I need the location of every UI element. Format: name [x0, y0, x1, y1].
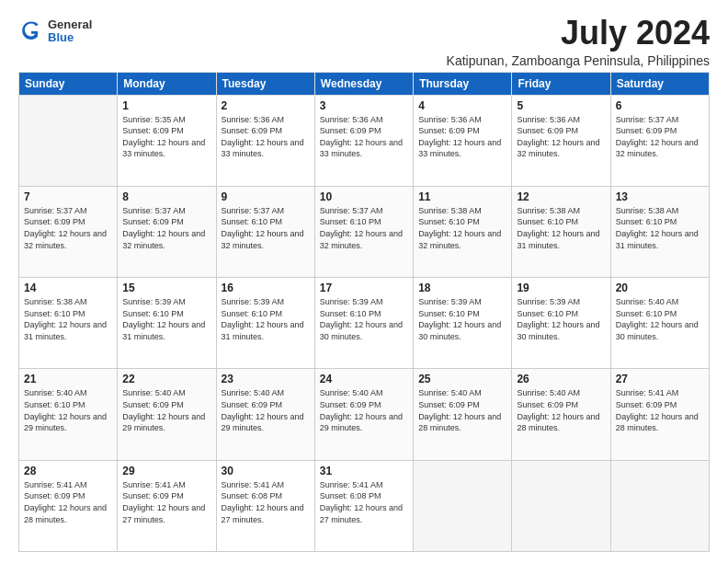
calendar-day-2: 2 Sunrise: 5:36 AMSunset: 6:09 PMDayligh… [216, 95, 314, 186]
logo: General Blue [18, 18, 92, 45]
calendar-day-4: 4 Sunrise: 5:36 AMSunset: 6:09 PMDayligh… [414, 95, 512, 186]
day-info: Sunrise: 5:35 AMSunset: 6:09 PMDaylight:… [122, 114, 210, 160]
day-number: 8 [122, 190, 210, 203]
calendar-day-16: 16 Sunrise: 5:39 AMSunset: 6:10 PMDaylig… [216, 278, 314, 369]
calendar-day-5: 5 Sunrise: 5:36 AMSunset: 6:09 PMDayligh… [512, 95, 610, 186]
calendar-week-2: 7 Sunrise: 5:37 AMSunset: 6:09 PMDayligh… [19, 186, 710, 277]
day-info: Sunrise: 5:41 AMSunset: 6:09 PMDaylight:… [616, 387, 704, 433]
calendar-day-19: 19 Sunrise: 5:39 AMSunset: 6:10 PMDaylig… [512, 278, 610, 369]
calendar-day-22: 22 Sunrise: 5:40 AMSunset: 6:09 PMDaylig… [118, 369, 216, 460]
title-block: July 2024 Katipunan, Zamboanga Peninsula… [447, 15, 710, 68]
calendar-day-empty [19, 95, 118, 186]
logo-general: General [48, 18, 92, 31]
calendar-day-21: 21 Sunrise: 5:40 AMSunset: 6:10 PMDaylig… [19, 369, 118, 460]
month-title: July 2024 [447, 15, 710, 52]
calendar-day-25: 25 Sunrise: 5:40 AMSunset: 6:09 PMDaylig… [414, 369, 512, 460]
day-info: Sunrise: 5:36 AMSunset: 6:09 PMDaylight:… [418, 114, 506, 160]
calendar-week-1: 1 Sunrise: 5:35 AMSunset: 6:09 PMDayligh… [19, 95, 710, 186]
calendar-day-1: 1 Sunrise: 5:35 AMSunset: 6:09 PMDayligh… [118, 95, 216, 186]
day-info: Sunrise: 5:37 AMSunset: 6:10 PMDaylight:… [222, 205, 310, 251]
calendar-day-20: 20 Sunrise: 5:40 AMSunset: 6:10 PMDaylig… [610, 278, 709, 369]
calendar-week-5: 28 Sunrise: 5:41 AMSunset: 6:09 PMDaylig… [19, 460, 710, 551]
day-number: 11 [418, 190, 506, 203]
day-number: 20 [616, 282, 704, 294]
calendar-day-empty [512, 460, 610, 551]
day-info: Sunrise: 5:40 AMSunset: 6:09 PMDaylight:… [517, 387, 605, 433]
day-info: Sunrise: 5:40 AMSunset: 6:09 PMDaylight:… [320, 387, 408, 433]
day-number: 29 [122, 465, 210, 477]
day-number: 22 [122, 373, 210, 385]
day-info: Sunrise: 5:40 AMSunset: 6:10 PMDaylight:… [616, 296, 704, 342]
calendar-day-28: 28 Sunrise: 5:41 AMSunset: 6:09 PMDaylig… [19, 460, 118, 551]
calendar-header-thursday: Thursday [414, 72, 512, 95]
calendar-day-9: 9 Sunrise: 5:37 AMSunset: 6:10 PMDayligh… [216, 186, 314, 277]
day-info: Sunrise: 5:41 AMSunset: 6:09 PMDaylight:… [24, 479, 112, 525]
calendar-day-empty [414, 460, 512, 551]
day-info: Sunrise: 5:41 AMSunset: 6:08 PMDaylight:… [320, 479, 408, 525]
day-number: 30 [222, 465, 310, 477]
calendar-day-18: 18 Sunrise: 5:39 AMSunset: 6:10 PMDaylig… [414, 278, 512, 369]
calendar-day-29: 29 Sunrise: 5:41 AMSunset: 6:09 PMDaylig… [118, 460, 216, 551]
day-number: 26 [517, 373, 605, 385]
day-info: Sunrise: 5:38 AMSunset: 6:10 PMDaylight:… [517, 205, 605, 251]
day-info: Sunrise: 5:41 AMSunset: 6:08 PMDaylight:… [222, 479, 310, 525]
day-info: Sunrise: 5:40 AMSunset: 6:10 PMDaylight:… [24, 387, 112, 433]
day-info: Sunrise: 5:41 AMSunset: 6:09 PMDaylight:… [122, 479, 210, 525]
day-info: Sunrise: 5:36 AMSunset: 6:09 PMDaylight:… [320, 114, 408, 160]
day-number: 13 [616, 190, 704, 203]
calendar-table: SundayMondayTuesdayWednesdayThursdayFrid… [18, 72, 710, 552]
calendar-header-row: SundayMondayTuesdayWednesdayThursdayFrid… [19, 72, 710, 95]
calendar-day-30: 30 Sunrise: 5:41 AMSunset: 6:08 PMDaylig… [216, 460, 314, 551]
location-title: Katipunan, Zamboanga Peninsula, Philippi… [447, 53, 710, 68]
day-number: 31 [320, 465, 408, 477]
calendar-day-12: 12 Sunrise: 5:38 AMSunset: 6:10 PMDaylig… [512, 186, 610, 277]
day-number: 25 [418, 373, 506, 385]
day-number: 12 [517, 190, 605, 203]
calendar-day-3: 3 Sunrise: 5:36 AMSunset: 6:09 PMDayligh… [314, 95, 413, 186]
calendar-day-31: 31 Sunrise: 5:41 AMSunset: 6:08 PMDaylig… [314, 460, 413, 551]
day-info: Sunrise: 5:37 AMSunset: 6:09 PMDaylight:… [24, 205, 112, 251]
day-info: Sunrise: 5:36 AMSunset: 6:09 PMDaylight:… [517, 114, 605, 160]
day-number: 7 [24, 190, 112, 203]
day-number: 4 [418, 99, 506, 112]
day-info: Sunrise: 5:39 AMSunset: 6:10 PMDaylight:… [418, 296, 506, 342]
calendar-header-tuesday: Tuesday [216, 72, 314, 95]
calendar-day-7: 7 Sunrise: 5:37 AMSunset: 6:09 PMDayligh… [19, 186, 118, 277]
day-number: 15 [122, 282, 210, 294]
day-number: 6 [616, 99, 704, 112]
calendar-header-friday: Friday [512, 72, 610, 95]
day-number: 1 [122, 99, 210, 112]
logo-text: General Blue [48, 18, 92, 45]
calendar-day-26: 26 Sunrise: 5:40 AMSunset: 6:09 PMDaylig… [512, 369, 610, 460]
day-number: 24 [320, 373, 408, 385]
day-number: 19 [517, 282, 605, 294]
day-number: 18 [418, 282, 506, 294]
day-info: Sunrise: 5:39 AMSunset: 6:10 PMDaylight:… [517, 296, 605, 342]
day-number: 21 [24, 373, 112, 385]
day-info: Sunrise: 5:37 AMSunset: 6:09 PMDaylight:… [616, 114, 704, 160]
header: General Blue July 2024 Katipunan, Zamboa… [18, 15, 710, 68]
day-number: 16 [222, 282, 310, 294]
day-number: 17 [320, 282, 408, 294]
day-number: 3 [320, 99, 408, 112]
day-info: Sunrise: 5:37 AMSunset: 6:10 PMDaylight:… [320, 205, 408, 251]
day-number: 10 [320, 190, 408, 203]
day-info: Sunrise: 5:40 AMSunset: 6:09 PMDaylight:… [122, 387, 210, 433]
day-info: Sunrise: 5:36 AMSunset: 6:09 PMDaylight:… [222, 114, 310, 160]
day-info: Sunrise: 5:39 AMSunset: 6:10 PMDaylight:… [122, 296, 210, 342]
day-number: 28 [24, 465, 112, 477]
day-info: Sunrise: 5:39 AMSunset: 6:10 PMDaylight:… [320, 296, 408, 342]
calendar-header-sunday: Sunday [19, 72, 118, 95]
calendar-day-6: 6 Sunrise: 5:37 AMSunset: 6:09 PMDayligh… [610, 95, 709, 186]
logo-blue: Blue [48, 31, 92, 44]
calendar-day-13: 13 Sunrise: 5:38 AMSunset: 6:10 PMDaylig… [610, 186, 709, 277]
calendar-week-4: 21 Sunrise: 5:40 AMSunset: 6:10 PMDaylig… [19, 369, 710, 460]
calendar-day-11: 11 Sunrise: 5:38 AMSunset: 6:10 PMDaylig… [414, 186, 512, 277]
day-info: Sunrise: 5:40 AMSunset: 6:09 PMDaylight:… [222, 387, 310, 433]
page: General Blue July 2024 Katipunan, Zamboa… [0, 0, 728, 563]
day-info: Sunrise: 5:40 AMSunset: 6:09 PMDaylight:… [418, 387, 506, 433]
calendar-day-24: 24 Sunrise: 5:40 AMSunset: 6:09 PMDaylig… [314, 369, 413, 460]
day-info: Sunrise: 5:37 AMSunset: 6:09 PMDaylight:… [122, 205, 210, 251]
day-info: Sunrise: 5:39 AMSunset: 6:10 PMDaylight:… [222, 296, 310, 342]
general-blue-icon [18, 18, 44, 44]
